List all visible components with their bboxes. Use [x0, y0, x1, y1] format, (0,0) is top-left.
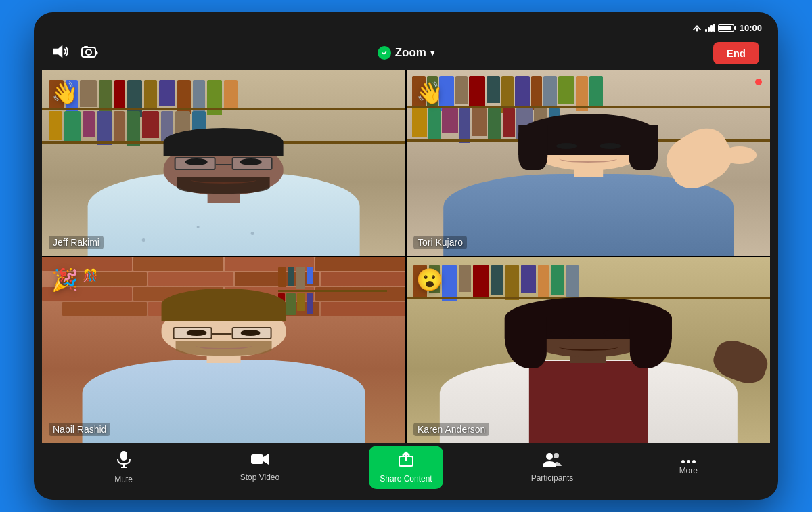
svg-point-3	[696, 30, 698, 32]
jeff-name-label: Jeff Rakimi	[49, 236, 104, 249]
camera-svg	[250, 452, 269, 466]
video-grid: 👋 Jeff Rakimi	[42, 70, 770, 443]
scene-tori: 👋 Tori Kujaro	[407, 70, 770, 256]
svg-rect-12	[84, 46, 88, 48]
status-icons: 10:00	[692, 23, 762, 33]
tori-recording-dot	[755, 79, 762, 85]
battery-icon	[718, 24, 737, 33]
status-bar: 10:00	[42, 20, 770, 37]
scene-karen: 😮 Karen Anderson	[407, 257, 770, 443]
video-cell-jeff: 👋 Jeff Rakimi	[42, 70, 405, 256]
share-svg	[398, 451, 414, 467]
people-icon	[542, 452, 562, 471]
karen-person	[439, 295, 737, 443]
tablet-device: 10:00	[34, 12, 778, 500]
clock: 10:00	[740, 23, 762, 33]
tori-person	[443, 108, 734, 256]
video-cell-karen: 😮 Karen Anderson	[407, 257, 770, 443]
nabil-reaction: 🎉	[51, 267, 78, 293]
signal-icon	[705, 24, 715, 32]
svg-rect-6	[719, 26, 731, 30]
tori-reaction: 👋	[416, 80, 443, 106]
svg-marker-17	[263, 454, 269, 465]
karen-reaction: 😮	[416, 267, 443, 293]
scene-nabil: 🎉 🎊 Nabil Rashid	[42, 257, 405, 443]
scene-jeff: 👋 Jeff Rakimi	[42, 70, 405, 256]
dot-1	[681, 460, 685, 463]
stop-video-button[interactable]: Stop Video	[233, 452, 287, 482]
video-cell-nabil: 🎉 🎊 Nabil Rashid	[42, 257, 405, 443]
jeff-reaction: 👋	[51, 80, 78, 106]
svg-rect-7	[734, 26, 736, 30]
speaker-icon[interactable]	[53, 45, 70, 62]
end-call-button[interactable]: End	[713, 42, 759, 64]
confetti-extra: 🎊	[83, 268, 97, 283]
shelf-plank-1	[42, 108, 405, 110]
svg-rect-16	[251, 454, 263, 464]
more-dots-icon	[681, 460, 696, 463]
chevron-down-icon[interactable]: ▾	[430, 48, 434, 58]
karen-name-label: Karen Anderson	[413, 423, 489, 436]
svg-rect-13	[120, 451, 127, 461]
mute-label: Mute	[114, 475, 133, 484]
camera-flip-icon[interactable]	[81, 45, 99, 62]
nabil-person	[82, 295, 365, 443]
more-button[interactable]: More	[661, 460, 715, 475]
participants-button[interactable]: Participants	[525, 452, 579, 483]
mic-icon	[116, 450, 131, 472]
dot-3	[692, 460, 696, 463]
svg-point-11	[86, 49, 91, 55]
svg-marker-8	[53, 45, 62, 58]
volume-icon-svg	[53, 45, 70, 58]
share-icon	[398, 451, 414, 471]
bottom-toolbar: Mute Stop Video Share Content	[42, 443, 770, 492]
wifi-icon	[692, 24, 702, 32]
toolbar-center[interactable]: Zoom ▾	[378, 46, 434, 60]
shield-check-svg	[380, 49, 388, 57]
camera-icon	[250, 452, 269, 470]
nabil-name-label: Nabil Rashid	[49, 423, 110, 436]
mic-svg	[116, 450, 131, 468]
app-name: Zoom	[395, 46, 426, 60]
participants-label: Participants	[531, 473, 574, 483]
stop-video-label: Stop Video	[240, 473, 280, 482]
share-content-label: Share Content	[380, 474, 432, 484]
top-toolbar: Zoom ▾ End	[42, 37, 770, 70]
camera-flip-svg	[81, 45, 99, 58]
mute-button[interactable]: Mute	[97, 450, 151, 484]
zoom-shield-icon	[378, 46, 391, 60]
svg-marker-10	[95, 50, 98, 56]
people-svg	[542, 452, 562, 467]
more-label: More	[679, 466, 698, 475]
svg-point-20	[546, 453, 553, 460]
tori-name-label: Tori Kujaro	[413, 236, 467, 249]
toolbar-left	[53, 45, 99, 62]
share-content-button[interactable]: Share Content	[369, 446, 443, 489]
video-cell-tori: 👋 Tori Kujaro	[407, 70, 770, 256]
dot-2	[687, 460, 690, 463]
jeff-person	[87, 117, 360, 257]
svg-point-21	[554, 453, 559, 458]
